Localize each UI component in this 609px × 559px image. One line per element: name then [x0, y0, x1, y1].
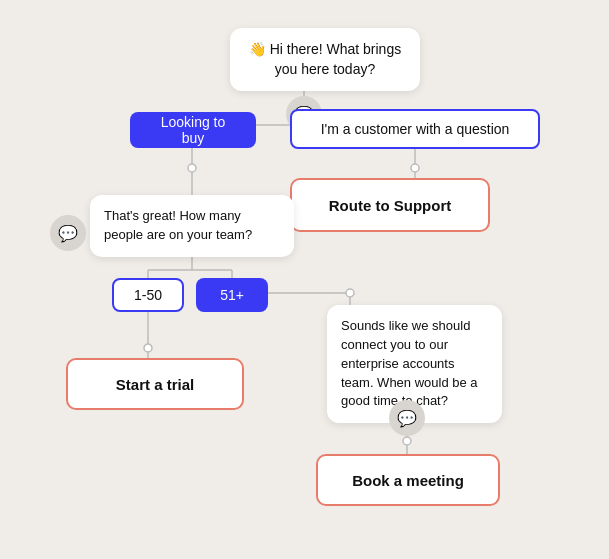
team-size-bubble: That's great! How many people are on you… [90, 195, 294, 257]
route-to-support-action[interactable]: Route to Support [290, 178, 490, 232]
book-meeting-action[interactable]: Book a meeting [316, 454, 500, 506]
svg-point-19 [144, 344, 152, 352]
range-51plus-button[interactable]: 51+ [196, 278, 268, 312]
customer-question-button[interactable]: I'm a customer with a question [290, 109, 540, 149]
greeting-bubble: 👋 Hi there! What brings you here today? [230, 28, 420, 91]
start-trial-action[interactable]: Start a trial [66, 358, 244, 410]
svg-point-6 [188, 164, 196, 172]
chat-icon-bottom: 💬 [397, 409, 417, 428]
svg-point-23 [403, 437, 411, 445]
looking-to-buy-button[interactable]: Looking to buy [130, 112, 256, 148]
range-1-50-button[interactable]: 1-50 [112, 278, 184, 312]
icon-left: 💬 [50, 215, 86, 251]
icon-bottom: 💬 [389, 400, 425, 436]
svg-point-16 [346, 289, 354, 297]
svg-point-9 [411, 164, 419, 172]
chat-icon-left: 💬 [58, 224, 78, 243]
